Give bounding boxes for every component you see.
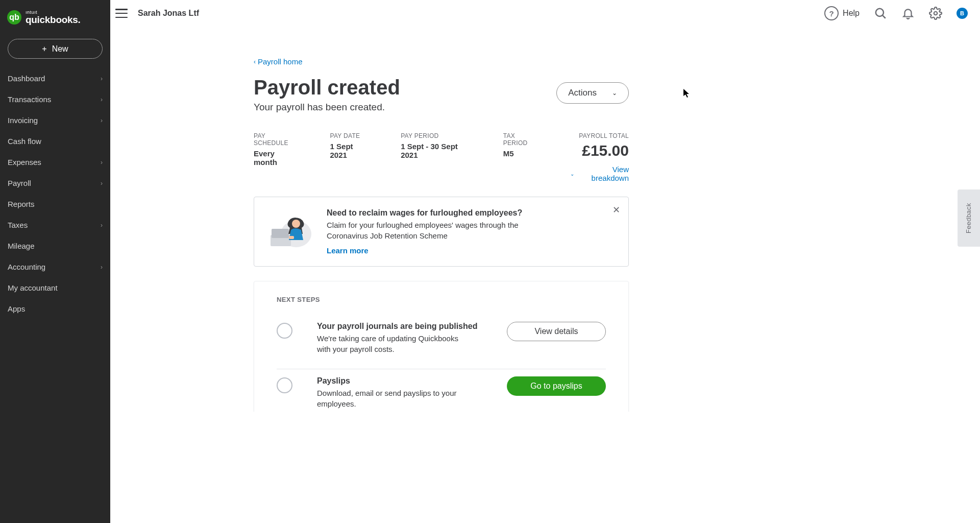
summary-value: 1 Sept 2021 [330,142,370,159]
chevron-right-icon: › [101,96,103,103]
nav-label: Accounting [8,263,45,271]
plus-icon: + [42,44,46,54]
sidebar-item-apps[interactable]: Apps [0,298,110,319]
logo-quickbooks: quickbooks. [26,15,81,25]
nav-label: Apps [8,304,25,313]
logo-badge-icon: qb [7,10,21,25]
sidebar-item-mileage[interactable]: Mileage [0,235,110,256]
summary-schedule: PAY SCHEDULE Every month [254,132,299,167]
title-block: Payroll created Your payroll has been cr… [254,76,400,113]
summary-label: PAY PERIOD [401,132,472,139]
view-details-button[interactable]: View details [507,322,606,341]
step-text: Your payroll journals are being publishe… [317,322,482,354]
nav-label: Dashboard [8,74,45,83]
step-desc: We're taking care of updating Quickbooks… [317,333,460,354]
logo[interactable]: qb ıntuıt quickbooks. [0,6,110,35]
summary-value: M5 [503,149,538,158]
summary-value: Every month [254,149,299,167]
summary-total: PAYROLL TOTAL £15.00 ⌄ View breakdown [570,132,629,182]
breadcrumb-label: Payroll home [258,57,303,66]
info-title: Need to reclaim wages for furloughed emp… [327,208,616,218]
sidebar-item-reports[interactable]: Reports [0,194,110,215]
sidebar-item-transactions[interactable]: Transactions› [0,89,110,110]
next-steps-title: NEXT STEPS [277,296,606,303]
info-desc: Claim for your furloughed employees' wag… [327,220,541,241]
nav-list: Dashboard› Transactions› Invoicing› Cash… [0,68,110,319]
step-heading: Your payroll journals are being publishe… [317,322,482,331]
summary-pay-period: PAY PERIOD 1 Sept - 30 Sept 2021 [401,132,472,159]
nav-label: Payroll [8,179,31,187]
summary-label: PAY DATE [330,132,370,139]
step-row-payslips: Payslips Download, email or send payslip… [277,369,606,412]
chevron-right-icon: › [101,264,103,271]
chevron-right-icon: › [101,117,103,124]
page-title: Payroll created [254,76,400,99]
chevron-right-icon: › [101,180,103,187]
svg-rect-7 [289,236,294,239]
nav-label: Transactions [8,95,51,104]
svg-point-6 [292,220,300,228]
nav-label: Cash flow [8,137,41,146]
sidebar-item-accounting[interactable]: Accounting› [0,256,110,277]
chevron-right-icon: › [101,75,103,82]
topbar-left: Sarah Jonas Ltf [115,9,199,18]
sidebar-item-expenses[interactable]: Expenses› [0,152,110,173]
total-value: £15.00 [570,142,629,159]
hamburger-icon[interactable] [115,9,128,18]
new-button-label: New [52,44,68,54]
chevron-left-icon: ‹ [254,58,256,65]
step-text: Payslips Download, email or send payslip… [317,376,482,409]
topbar: Sarah Jonas Ltf ? Help B [110,0,772,27]
logo-text: ıntuıt quickbooks. [26,10,81,25]
step-heading: Payslips [317,376,482,386]
new-button[interactable]: + New [8,39,103,59]
chevron-down-icon: ⌄ [612,89,617,97]
info-text: Need to reclaim wages for furloughed emp… [327,208,616,255]
sidebar-item-my-accountant[interactable]: My accountant [0,277,110,298]
view-breakdown-link[interactable]: ⌄ View breakdown [570,165,629,182]
sidebar-item-payroll[interactable]: Payroll› [0,173,110,194]
svg-rect-5 [272,229,289,238]
nav-label: Mileage [8,242,35,250]
nav-label: Taxes [8,221,28,229]
header-row: Payroll created Your payroll has been cr… [254,76,629,113]
nav-label: My accountant [8,283,58,292]
summary-value: 1 Sept - 30 Sept 2021 [401,142,472,159]
nav-label: Reports [8,200,35,208]
page-subtitle: Your payroll has been created. [254,102,400,113]
breakdown-label: View breakdown [577,165,629,182]
sidebar-item-taxes[interactable]: Taxes› [0,215,110,235]
step-desc: Download, email or send payslips to your… [317,388,460,409]
summary-tax-period: TAX PERIOD M5 [503,132,538,158]
summary-label: PAYROLL TOTAL [570,132,629,139]
summary-row: PAY SCHEDULE Every month PAY DATE 1 Sept… [254,132,629,182]
chevron-down-icon: ⌄ [570,171,574,177]
go-to-payslips-button[interactable]: Go to payslips [507,376,606,396]
step-status-icon [277,377,292,393]
summary-label: PAY SCHEDULE [254,132,299,147]
breadcrumb[interactable]: ‹ Payroll home [254,57,629,66]
sidebar-item-cash-flow[interactable]: Cash flow [0,131,110,152]
sidebar: qb ıntuıt quickbooks. + New Dashboard› T… [0,0,110,412]
summary-pay-date: PAY DATE 1 Sept 2021 [330,132,370,159]
step-row-journals: Your payroll journals are being publishe… [277,315,606,369]
actions-dropdown[interactable]: Actions ⌄ [556,82,629,104]
company-name[interactable]: Sarah Jonas Ltf [138,9,199,18]
content-wrapper: ‹ Payroll home Payroll created Your payr… [254,57,629,412]
sidebar-item-invoicing[interactable]: Invoicing› [0,110,110,131]
actions-label: Actions [568,88,597,98]
next-steps-card: NEXT STEPS Your payroll journals are bei… [254,281,629,412]
chevron-right-icon: › [101,159,103,166]
close-icon[interactable]: ✕ [612,204,620,216]
illustration-icon [266,208,317,247]
chevron-right-icon: › [101,222,103,229]
main-content: ‹ Payroll home Payroll created Your payr… [110,27,772,412]
nav-label: Expenses [8,158,41,167]
sidebar-item-dashboard[interactable]: Dashboard› [0,68,110,89]
nav-label: Invoicing [8,116,38,125]
step-status-icon [277,323,292,339]
summary-label: TAX PERIOD [503,132,538,147]
learn-more-link[interactable]: Learn more [327,246,616,255]
info-card: ✕ Need to reclaim wages for furloughed e… [254,197,629,267]
